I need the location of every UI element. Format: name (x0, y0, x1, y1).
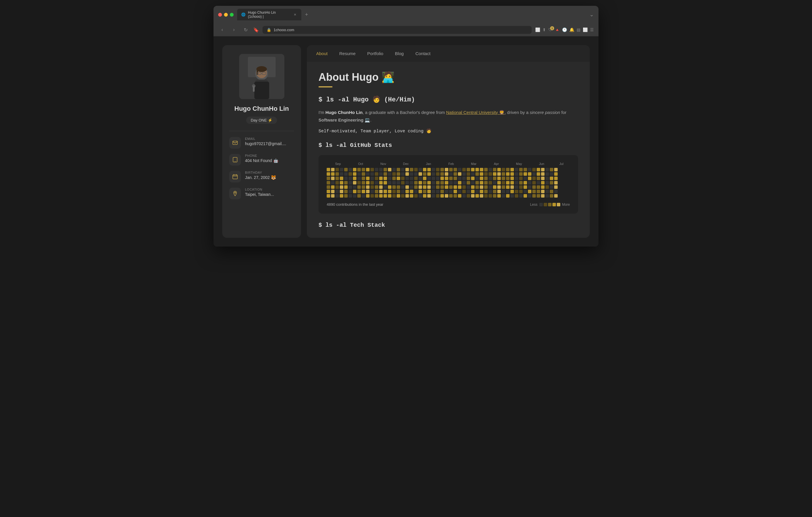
svg-point-16 (234, 192, 236, 193)
share-icon[interactable]: ⬆ (543, 27, 546, 32)
profile-badge: Day ONE ⚡ (246, 117, 278, 124)
contrib-cell (541, 168, 545, 171)
contrib-cell (536, 185, 540, 189)
month-labels: Sep Oct Nov Dec Jan Feb Mar Apr May Jun … (327, 162, 570, 165)
tabs-icon[interactable]: ⬜ (583, 27, 588, 32)
screen-share-icon[interactable]: ⬜ (535, 27, 540, 32)
bell-icon[interactable]: 🔔 (569, 27, 574, 32)
contrib-week-18 (405, 168, 409, 197)
contrib-cell (506, 177, 510, 180)
sidebar-icon[interactable]: ▤ (577, 27, 580, 32)
university-link[interactable]: National Central University 🦁 (446, 110, 505, 115)
contrib-cell (401, 190, 405, 193)
new-tab-button[interactable]: + (302, 10, 311, 19)
contrib-cell (515, 177, 518, 180)
about-name: Hugo ChunHo Lin (325, 110, 362, 115)
contrib-cell (353, 168, 356, 171)
profile-icon[interactable]: 🔺 (555, 27, 560, 32)
nav-blog[interactable]: Blog (395, 50, 404, 57)
nav-about[interactable]: About (316, 50, 327, 57)
contrib-cell (336, 177, 339, 180)
contrib-cell (418, 194, 422, 197)
contrib-week-41 (506, 168, 510, 197)
contrib-week-23 (427, 168, 431, 197)
tab-close-button[interactable]: ✕ (293, 12, 297, 17)
contrib-cell (375, 181, 378, 184)
contrib-cell (467, 172, 470, 176)
contrib-week-6 (353, 168, 356, 197)
menu-icon[interactable]: ☰ (590, 27, 594, 32)
contrib-cell (462, 172, 466, 176)
fullscreen-button[interactable] (230, 13, 234, 17)
contrib-cell (405, 194, 409, 197)
email-label: EMAIL (245, 137, 286, 141)
contrib-cell (401, 194, 405, 197)
month-sep: Sep (327, 162, 349, 165)
address-bar[interactable]: 🔒 1chooo.com (262, 26, 532, 34)
contrib-cell (489, 194, 492, 197)
contrib-cell (541, 190, 545, 193)
month-jan: Jan (417, 162, 440, 165)
extensions-icon[interactable]: 🛡 1 (548, 27, 552, 32)
contrib-cell (506, 194, 510, 197)
contrib-cell (353, 181, 356, 184)
contrib-cell (410, 181, 413, 184)
contrib-cell (541, 172, 545, 176)
contrib-cell (436, 172, 439, 176)
nav-resume[interactable]: Resume (339, 50, 355, 57)
birthday-info: BIRTHDAY Jan. 27, 2002 🐯 (245, 171, 276, 180)
contrib-cell (410, 168, 413, 171)
contrib-cell (349, 185, 352, 189)
contrib-week-12 (379, 168, 383, 197)
reload-button[interactable]: ↻ (241, 26, 250, 34)
contrib-cell (440, 190, 444, 193)
location-info: LOCATION Taipei, Taiwan... (245, 188, 274, 197)
contrib-cell (462, 190, 466, 193)
contrib-week-50 (545, 168, 549, 197)
contrib-cell (379, 185, 383, 189)
contact-item-birthday: BIRTHDAY Jan. 27, 2002 🐯 (229, 171, 294, 182)
contrib-cell (423, 168, 427, 171)
contrib-cell (536, 172, 540, 176)
contrib-footer: 4890 contributions in the last year Less… (327, 202, 570, 207)
contrib-cell (536, 190, 540, 193)
browser-tab[interactable]: 🌐 Hugo ChunHo Lin (1chooo) | ✕ (237, 9, 301, 21)
contrib-week-1 (331, 168, 335, 197)
contrib-cell (497, 190, 501, 193)
contrib-cell (327, 168, 330, 171)
contrib-week-42 (511, 168, 514, 197)
contrib-cell (401, 168, 405, 171)
contrib-week-8 (362, 168, 365, 197)
contrib-cell (484, 168, 488, 171)
forward-button[interactable]: › (230, 26, 238, 34)
contrib-cell (550, 172, 553, 176)
contrib-cell (353, 194, 356, 197)
contrib-cell (506, 181, 510, 184)
contrib-cell (475, 190, 479, 193)
contrib-cell (462, 177, 466, 180)
contrib-cell (541, 177, 545, 180)
contrib-cell (480, 190, 483, 193)
contrib-cell (519, 181, 523, 184)
contrib-cell (331, 177, 335, 180)
contrib-cell (405, 185, 409, 189)
history-icon[interactable]: 🕐 (562, 27, 567, 32)
contrib-cell (440, 168, 444, 171)
contrib-week-25 (436, 168, 439, 197)
nav-portfolio[interactable]: Portfolio (367, 50, 383, 57)
contrib-cell (344, 172, 348, 176)
contrib-cell (427, 172, 431, 176)
contrib-cell (445, 168, 448, 171)
window-menu-button[interactable]: ⌄ (589, 11, 594, 18)
contrib-cell (423, 177, 427, 180)
contrib-cell (353, 177, 356, 180)
intro-command: $ ls -al Hugo 🧑 (He/Him) (319, 96, 578, 103)
contrib-cell (545, 168, 549, 171)
back-button[interactable]: ‹ (218, 26, 226, 34)
contrib-week-37 (489, 168, 492, 197)
bookmark-button[interactable]: 🔖 (253, 27, 259, 33)
nav-contact[interactable]: Contact (415, 50, 431, 57)
contrib-cell (436, 194, 439, 197)
close-button[interactable] (218, 13, 222, 17)
minimize-button[interactable] (224, 13, 228, 17)
